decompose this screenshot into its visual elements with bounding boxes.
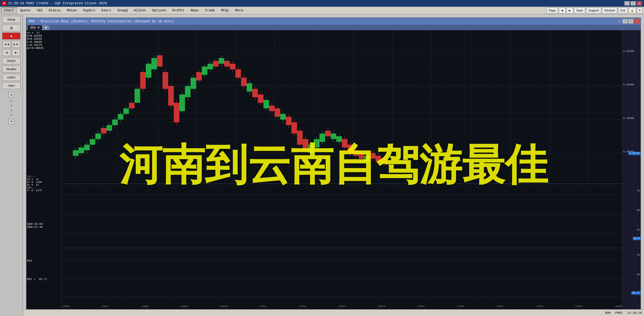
year-2012: |2012 xyxy=(298,305,306,308)
main-chart-svg xyxy=(62,30,622,309)
sidebar: Setup 🖨 ● ◄◄ ►► ◄ ► ReScl Studies <IntD>… xyxy=(0,15,23,316)
menu-more[interactable]: More xyxy=(232,8,246,13)
menu-ts[interactable]: T&S xyxy=(33,8,46,13)
chart-container: 河南到云南自驾游最佳 BR6 - Brazilian Real (Globex)… xyxy=(23,15,644,316)
chart-maximize-button[interactable]: □ xyxy=(628,19,634,24)
svg-rect-90 xyxy=(258,94,264,103)
svg-rect-42 xyxy=(123,108,129,114)
prev-button[interactable]: ◄ xyxy=(2,49,11,56)
rescl-button[interactable]: ReScl xyxy=(2,57,20,64)
chart-titlebar: BR6 - Brazilian Real (Globex), Monthly C… xyxy=(26,18,640,25)
price-date: 03 A 2C xyxy=(27,31,61,34)
next-next-button[interactable]: ►► xyxy=(12,41,20,48)
side-dots: ▲ ▼ xyxy=(8,90,15,126)
current-price-badge: 0.18175 xyxy=(628,152,640,155)
tab-new[interactable]: ■ xyxy=(42,25,50,30)
app-icon: ■ xyxy=(2,1,6,6)
menu-options[interactable]: Options xyxy=(149,8,169,13)
stoch-25: 25 xyxy=(637,229,640,231)
osc-date: 03 A 2C xyxy=(27,178,61,181)
next-button[interactable]: ► xyxy=(12,49,20,56)
svg-rect-80 xyxy=(230,64,236,69)
menu-supsrv[interactable]: SupSrv xyxy=(80,8,98,13)
maximize-button[interactable]: □ xyxy=(630,1,636,6)
support-button[interactable]: Support xyxy=(586,8,601,13)
dot-4 xyxy=(10,114,12,116)
rsi-row: RSI xyxy=(27,259,61,262)
lock-button[interactable]: 🔒 xyxy=(628,8,636,13)
svg-rect-70 xyxy=(202,67,208,75)
chart-info-button[interactable]: ℹ xyxy=(616,19,622,24)
price-low2: L=0.18175 xyxy=(27,44,61,47)
svg-rect-118 xyxy=(336,136,342,142)
list-button[interactable]: <list> xyxy=(2,82,20,89)
status-bar: NUM P002 11:39:18 xyxy=(23,309,644,316)
ssd-row: SSD=17.46 xyxy=(27,226,61,229)
svg-rect-32 xyxy=(95,133,101,139)
year-labels: |2006 |2007 |2008 |2009 |2010 |2011 |201… xyxy=(62,305,622,308)
prev-page-button[interactable]: ◄ xyxy=(559,8,566,13)
svg-rect-50 xyxy=(146,64,151,78)
price-level-40: 0.40000 xyxy=(623,117,634,120)
ssk-row: SSK=18.94 xyxy=(27,223,61,226)
page-button[interactable]: Page xyxy=(546,8,558,13)
close-button[interactable]: ✕ xyxy=(637,1,642,6)
tab-br6m[interactable]: BR6.M xyxy=(28,25,42,30)
year-2018: |2018 xyxy=(535,305,543,308)
print-button[interactable]: 🖨 xyxy=(2,24,20,31)
top-right-controls: Page ◄ ► Save Support Window Exit 🔒 ? xyxy=(546,8,642,13)
svg-rect-100 xyxy=(286,117,292,125)
svg-rect-58 xyxy=(168,86,174,106)
svg-rect-84 xyxy=(241,78,247,86)
svg-rect-56 xyxy=(162,72,168,89)
svg-rect-36 xyxy=(106,125,112,130)
menu-status[interactable]: Status xyxy=(46,8,64,13)
help-button[interactable]: ? xyxy=(637,8,642,13)
save-button[interactable]: Save xyxy=(574,8,586,13)
menu-news[interactable]: News xyxy=(188,8,202,13)
nav-row-1: ◄◄ ►► xyxy=(2,41,20,48)
svg-rect-132 xyxy=(376,156,381,161)
menu-trade[interactable]: Trade xyxy=(202,8,218,13)
svg-rect-98 xyxy=(280,114,286,119)
dot-1 xyxy=(10,100,12,102)
svg-rect-112 xyxy=(320,133,325,142)
prev-prev-button[interactable]: ◄◄ xyxy=(2,41,11,48)
menu-quote[interactable]: Quote xyxy=(17,8,33,13)
svg-rect-128 xyxy=(364,156,370,161)
setup-button[interactable]: Setup xyxy=(2,16,20,23)
window-button[interactable]: Window xyxy=(602,8,617,13)
ssk-info: SSK=18.94 SSD=17.46 xyxy=(27,223,61,229)
next-page-button[interactable]: ► xyxy=(566,8,573,13)
price-level-50: 0.50000 xyxy=(623,83,634,86)
menu-rfqs[interactable]: RFQs xyxy=(218,8,232,13)
svg-rect-64 xyxy=(185,86,191,97)
svg-rect-76 xyxy=(218,58,224,64)
year-2013: |2013 xyxy=(338,305,346,308)
year-2015: |2015 xyxy=(417,305,425,308)
chart-close-button[interactable]: ✕ xyxy=(634,19,639,24)
menu-chart[interactable]: Chart xyxy=(1,8,17,13)
menu-alert[interactable]: Alert xyxy=(98,8,114,13)
up-arrow[interactable]: ▲ xyxy=(8,92,14,97)
chart-minimize-button[interactable]: ─ xyxy=(622,19,628,24)
dot-2 xyxy=(10,105,12,107)
svg-rect-108 xyxy=(308,145,314,153)
exit-button[interactable]: Exit xyxy=(618,8,628,13)
studies-button[interactable]: Studies xyxy=(2,66,20,73)
year-2007: |2007 xyxy=(101,305,109,308)
down-arrow[interactable]: ▼ xyxy=(8,119,14,124)
menu-ordtkt[interactable]: OrdTkt xyxy=(169,8,188,13)
minimize-button[interactable]: ─ xyxy=(624,1,630,6)
menu-mscan[interactable]: MScan xyxy=(64,8,80,13)
year-2019: |2019 xyxy=(575,305,583,308)
rsi-50: 50 xyxy=(637,273,640,276)
year-2011: |2011 xyxy=(259,305,267,308)
menu-allcon[interactable]: AllCon xyxy=(131,8,149,13)
red-indicator[interactable]: ● xyxy=(2,33,20,40)
menu-snapq[interactable]: SnapQ xyxy=(114,8,131,13)
svg-rect-38 xyxy=(112,119,118,125)
main-layout: Setup 🖨 ● ◄◄ ►► ◄ ► ReScl Studies <IntD>… xyxy=(0,15,644,316)
intd-button[interactable]: <IntD> xyxy=(2,74,20,81)
year-2016: |2016 xyxy=(456,305,464,308)
